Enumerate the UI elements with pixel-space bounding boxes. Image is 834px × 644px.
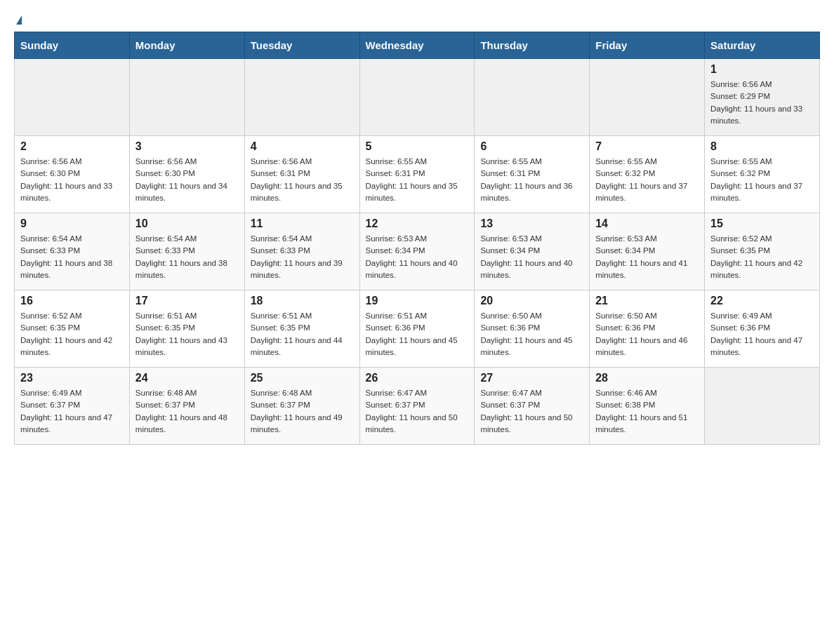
calendar-cell: 4Sunrise: 6:56 AMSunset: 6:31 PMDaylight…: [244, 136, 359, 213]
calendar-cell: 27Sunrise: 6:47 AMSunset: 6:37 PMDayligh…: [475, 368, 590, 445]
calendar-cell: 25Sunrise: 6:48 AMSunset: 6:37 PMDayligh…: [244, 368, 359, 445]
day-number: 15: [710, 217, 814, 230]
day-info: Sunrise: 6:56 AMSunset: 6:30 PMDaylight:…: [20, 156, 124, 204]
day-info: Sunrise: 6:49 AMSunset: 6:36 PMDaylight:…: [710, 310, 814, 358]
calendar-cell: 14Sunrise: 6:53 AMSunset: 6:34 PMDayligh…: [590, 213, 705, 290]
day-number: 10: [135, 217, 239, 230]
calendar-cell: 24Sunrise: 6:48 AMSunset: 6:37 PMDayligh…: [129, 368, 244, 445]
header-saturday: Saturday: [705, 32, 820, 59]
calendar-cell: 10Sunrise: 6:54 AMSunset: 6:33 PMDayligh…: [129, 213, 244, 290]
day-info: Sunrise: 6:51 AMSunset: 6:35 PMDaylight:…: [251, 310, 354, 358]
day-number: 24: [135, 372, 239, 384]
day-info: Sunrise: 6:55 AMSunset: 6:31 PMDaylight:…: [480, 156, 583, 204]
calendar-cell: 28Sunrise: 6:46 AMSunset: 6:38 PMDayligh…: [590, 368, 705, 445]
calendar-cell: 1Sunrise: 6:56 AMSunset: 6:29 PMDaylight…: [705, 59, 820, 136]
day-info: Sunrise: 6:54 AMSunset: 6:33 PMDaylight:…: [20, 233, 124, 281]
calendar-week-row: 23Sunrise: 6:49 AMSunset: 6:37 PMDayligh…: [15, 368, 820, 445]
header-tuesday: Tuesday: [244, 32, 359, 59]
day-number: 2: [20, 140, 124, 153]
day-number: 12: [366, 217, 469, 230]
day-info: Sunrise: 6:56 AMSunset: 6:31 PMDaylight:…: [251, 156, 354, 204]
calendar-week-row: 16Sunrise: 6:52 AMSunset: 6:35 PMDayligh…: [15, 290, 820, 368]
day-info: Sunrise: 6:52 AMSunset: 6:35 PMDaylight:…: [20, 310, 124, 358]
day-number: 13: [480, 217, 583, 230]
day-number: 19: [366, 295, 469, 307]
day-number: 20: [480, 295, 583, 307]
calendar-cell: 18Sunrise: 6:51 AMSunset: 6:35 PMDayligh…: [244, 290, 359, 368]
day-info: Sunrise: 6:56 AMSunset: 6:30 PMDaylight:…: [135, 156, 239, 204]
calendar-cell: 21Sunrise: 6:50 AMSunset: 6:36 PMDayligh…: [590, 290, 705, 368]
day-number: 23: [20, 372, 124, 384]
day-number: 9: [20, 217, 124, 230]
calendar-week-row: 1Sunrise: 6:56 AMSunset: 6:29 PMDaylight…: [15, 59, 820, 136]
calendar-cell: 2Sunrise: 6:56 AMSunset: 6:30 PMDaylight…: [15, 136, 130, 213]
day-number: 17: [135, 295, 239, 307]
calendar-cell: 23Sunrise: 6:49 AMSunset: 6:37 PMDayligh…: [15, 368, 130, 445]
calendar-cell: 11Sunrise: 6:54 AMSunset: 6:33 PMDayligh…: [244, 213, 359, 290]
calendar-cell: [129, 59, 244, 136]
day-number: 16: [20, 295, 124, 307]
calendar-cell: [590, 59, 705, 136]
day-info: Sunrise: 6:53 AMSunset: 6:34 PMDaylight:…: [595, 233, 699, 281]
day-info: Sunrise: 6:49 AMSunset: 6:37 PMDaylight:…: [20, 387, 124, 436]
calendar-cell: 26Sunrise: 6:47 AMSunset: 6:37 PMDayligh…: [359, 368, 475, 445]
day-number: 18: [251, 295, 354, 307]
day-number: 21: [595, 295, 699, 307]
header-friday: Friday: [590, 32, 705, 59]
day-info: Sunrise: 6:55 AMSunset: 6:31 PMDaylight:…: [366, 156, 469, 204]
calendar-cell: 9Sunrise: 6:54 AMSunset: 6:33 PMDaylight…: [15, 213, 130, 290]
day-info: Sunrise: 6:48 AMSunset: 6:37 PMDaylight:…: [251, 387, 354, 436]
header-monday: Monday: [129, 32, 244, 59]
page-header: [14, 14, 820, 25]
day-number: 25: [251, 372, 354, 384]
calendar-cell: 19Sunrise: 6:51 AMSunset: 6:36 PMDayligh…: [359, 290, 475, 368]
day-number: 28: [595, 372, 699, 384]
calendar-cell: [475, 59, 590, 136]
day-number: 11: [251, 217, 354, 230]
day-number: 14: [595, 217, 699, 230]
calendar-cell: 5Sunrise: 6:55 AMSunset: 6:31 PMDaylight…: [359, 136, 475, 213]
calendar-cell: [359, 59, 475, 136]
day-info: Sunrise: 6:55 AMSunset: 6:32 PMDaylight:…: [710, 156, 814, 204]
calendar-cell: 17Sunrise: 6:51 AMSunset: 6:35 PMDayligh…: [129, 290, 244, 368]
day-number: 27: [480, 372, 583, 384]
day-info: Sunrise: 6:47 AMSunset: 6:37 PMDaylight:…: [480, 387, 583, 436]
calendar-cell: 3Sunrise: 6:56 AMSunset: 6:30 PMDaylight…: [129, 136, 244, 213]
day-number: 26: [366, 372, 469, 384]
day-number: 5: [366, 140, 469, 153]
day-number: 22: [710, 295, 814, 307]
day-info: Sunrise: 6:48 AMSunset: 6:37 PMDaylight:…: [135, 387, 239, 436]
day-number: 7: [595, 140, 699, 153]
day-info: Sunrise: 6:53 AMSunset: 6:34 PMDaylight:…: [480, 233, 583, 281]
header-thursday: Thursday: [475, 32, 590, 59]
calendar-cell: [244, 59, 359, 136]
calendar-cell: [705, 368, 820, 445]
day-info: Sunrise: 6:54 AMSunset: 6:33 PMDaylight:…: [135, 233, 239, 281]
day-number: 1: [710, 63, 814, 76]
calendar-table: SundayMondayTuesdayWednesdayThursdayFrid…: [14, 32, 820, 445]
calendar-week-row: 2Sunrise: 6:56 AMSunset: 6:30 PMDaylight…: [15, 136, 820, 213]
calendar-cell: 7Sunrise: 6:55 AMSunset: 6:32 PMDaylight…: [590, 136, 705, 213]
day-info: Sunrise: 6:46 AMSunset: 6:38 PMDaylight:…: [595, 387, 699, 436]
calendar-cell: 8Sunrise: 6:55 AMSunset: 6:32 PMDaylight…: [705, 136, 820, 213]
day-info: Sunrise: 6:50 AMSunset: 6:36 PMDaylight:…: [595, 310, 699, 358]
calendar-cell: 22Sunrise: 6:49 AMSunset: 6:36 PMDayligh…: [705, 290, 820, 368]
header-wednesday: Wednesday: [359, 32, 475, 59]
calendar-cell: 20Sunrise: 6:50 AMSunset: 6:36 PMDayligh…: [475, 290, 590, 368]
calendar-week-row: 9Sunrise: 6:54 AMSunset: 6:33 PMDaylight…: [15, 213, 820, 290]
day-info: Sunrise: 6:47 AMSunset: 6:37 PMDaylight:…: [366, 387, 469, 436]
day-number: 3: [135, 140, 239, 153]
day-info: Sunrise: 6:53 AMSunset: 6:34 PMDaylight:…: [366, 233, 469, 281]
day-number: 8: [710, 140, 814, 153]
day-info: Sunrise: 6:51 AMSunset: 6:36 PMDaylight:…: [366, 310, 469, 358]
logo: [14, 14, 22, 25]
day-info: Sunrise: 6:56 AMSunset: 6:29 PMDaylight:…: [710, 79, 814, 127]
calendar-cell: 13Sunrise: 6:53 AMSunset: 6:34 PMDayligh…: [475, 213, 590, 290]
calendar-cell: [15, 59, 130, 136]
day-info: Sunrise: 6:50 AMSunset: 6:36 PMDaylight:…: [480, 310, 583, 358]
header-sunday: Sunday: [15, 32, 130, 59]
calendar-cell: 6Sunrise: 6:55 AMSunset: 6:31 PMDaylight…: [475, 136, 590, 213]
calendar-cell: 15Sunrise: 6:52 AMSunset: 6:35 PMDayligh…: [705, 213, 820, 290]
calendar-cell: 12Sunrise: 6:53 AMSunset: 6:34 PMDayligh…: [359, 213, 475, 290]
day-info: Sunrise: 6:52 AMSunset: 6:35 PMDaylight:…: [710, 233, 814, 281]
